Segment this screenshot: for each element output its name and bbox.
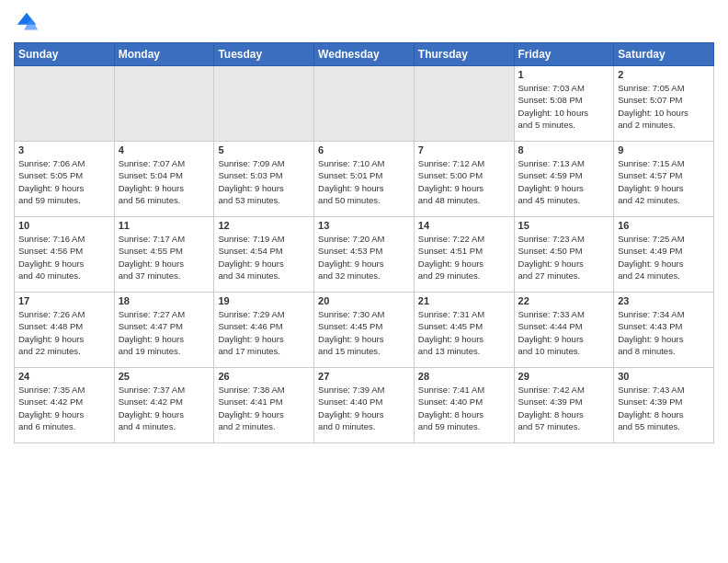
day-info: Sunrise: 7:09 AMSunset: 5:03 PMDaylight:… [218, 157, 310, 206]
calendar-header-friday: Friday [514, 43, 614, 66]
calendar-header-sunday: Sunday [15, 43, 115, 66]
day-number: 9 [618, 144, 710, 155]
calendar-cell: 11Sunrise: 7:17 AMSunset: 4:55 PMDayligh… [114, 217, 214, 293]
day-info: Sunrise: 7:38 AMSunset: 4:41 PMDaylight:… [218, 384, 310, 432]
day-number: 16 [618, 220, 710, 231]
day-info: Sunrise: 7:29 AMSunset: 4:46 PMDaylight:… [218, 308, 310, 357]
calendar-cell [15, 66, 115, 142]
calendar-cell: 24Sunrise: 7:35 AMSunset: 4:42 PMDayligh… [15, 368, 115, 443]
page: SundayMondayTuesdayWednesdayThursdayFrid… [0, 0, 728, 563]
day-number: 13 [318, 220, 410, 231]
calendar-cell [414, 66, 514, 142]
day-info: Sunrise: 7:27 AMSunset: 4:47 PMDaylight:… [119, 308, 210, 357]
calendar-cell: 17Sunrise: 7:26 AMSunset: 4:48 PMDayligh… [15, 293, 115, 368]
calendar-cell: 14Sunrise: 7:22 AMSunset: 4:51 PMDayligh… [414, 217, 514, 293]
day-info: Sunrise: 7:31 AMSunset: 4:45 PMDaylight:… [418, 308, 510, 357]
day-info: Sunrise: 7:10 AMSunset: 5:01 PMDaylight:… [318, 157, 410, 206]
calendar-cell: 23Sunrise: 7:34 AMSunset: 4:43 PMDayligh… [614, 293, 714, 368]
day-info: Sunrise: 7:37 AMSunset: 4:42 PMDaylight:… [119, 384, 210, 432]
day-info: Sunrise: 7:19 AMSunset: 4:54 PMDaylight:… [218, 233, 310, 282]
calendar-cell: 25Sunrise: 7:37 AMSunset: 4:42 PMDayligh… [114, 368, 214, 443]
day-number: 19 [218, 295, 310, 306]
day-info: Sunrise: 7:07 AMSunset: 5:04 PMDaylight:… [119, 157, 210, 206]
calendar-header-saturday: Saturday [614, 43, 714, 66]
day-number: 11 [119, 220, 210, 231]
calendar-cell [114, 66, 214, 142]
calendar-cell: 29Sunrise: 7:42 AMSunset: 4:39 PMDayligh… [514, 368, 614, 443]
day-info: Sunrise: 7:42 AMSunset: 4:39 PMDaylight:… [518, 384, 610, 432]
day-info: Sunrise: 7:34 AMSunset: 4:43 PMDaylight:… [618, 308, 710, 357]
calendar-cell: 20Sunrise: 7:30 AMSunset: 4:45 PMDayligh… [314, 293, 415, 368]
day-number: 25 [119, 371, 210, 382]
calendar-week-3: 10Sunrise: 7:16 AMSunset: 4:56 PMDayligh… [15, 217, 714, 293]
calendar-header-thursday: Thursday [414, 43, 514, 66]
logo [14, 9, 43, 35]
calendar-cell: 5Sunrise: 7:09 AMSunset: 5:03 PMDaylight… [214, 142, 314, 217]
day-info: Sunrise: 7:41 AMSunset: 4:40 PMDaylight:… [418, 384, 510, 432]
calendar-week-1: 1Sunrise: 7:03 AMSunset: 5:08 PMDaylight… [15, 66, 714, 142]
day-number: 8 [518, 144, 610, 155]
calendar: SundayMondayTuesdayWednesdayThursdayFrid… [14, 42, 714, 443]
calendar-cell: 28Sunrise: 7:41 AMSunset: 4:40 PMDayligh… [414, 368, 514, 443]
calendar-cell: 7Sunrise: 7:12 AMSunset: 5:00 PMDaylight… [414, 142, 514, 217]
day-number: 21 [418, 295, 510, 306]
day-number: 10 [18, 220, 110, 231]
calendar-cell: 22Sunrise: 7:33 AMSunset: 4:44 PMDayligh… [514, 293, 614, 368]
day-number: 7 [418, 144, 510, 155]
day-number: 30 [618, 371, 710, 382]
day-number: 15 [518, 220, 610, 231]
day-number: 4 [119, 144, 210, 155]
day-info: Sunrise: 7:15 AMSunset: 4:57 PMDaylight:… [618, 157, 710, 206]
day-info: Sunrise: 7:35 AMSunset: 4:42 PMDaylight:… [18, 384, 110, 432]
day-number: 1 [518, 69, 610, 80]
calendar-cell: 12Sunrise: 7:19 AMSunset: 4:54 PMDayligh… [214, 217, 314, 293]
day-info: Sunrise: 7:43 AMSunset: 4:39 PMDaylight:… [618, 384, 710, 432]
calendar-cell: 8Sunrise: 7:13 AMSunset: 4:59 PMDaylight… [514, 142, 614, 217]
day-info: Sunrise: 7:30 AMSunset: 4:45 PMDaylight:… [318, 308, 410, 357]
calendar-week-5: 24Sunrise: 7:35 AMSunset: 4:42 PMDayligh… [15, 368, 714, 443]
day-number: 23 [618, 295, 710, 306]
day-number: 17 [18, 295, 110, 306]
day-info: Sunrise: 7:39 AMSunset: 4:40 PMDaylight:… [318, 384, 410, 432]
calendar-cell: 13Sunrise: 7:20 AMSunset: 4:53 PMDayligh… [314, 217, 415, 293]
day-info: Sunrise: 7:23 AMSunset: 4:50 PMDaylight:… [518, 233, 610, 282]
calendar-header-monday: Monday [114, 43, 214, 66]
day-number: 5 [218, 144, 310, 155]
calendar-header-tuesday: Tuesday [214, 43, 314, 66]
calendar-cell: 21Sunrise: 7:31 AMSunset: 4:45 PMDayligh… [414, 293, 514, 368]
day-info: Sunrise: 7:33 AMSunset: 4:44 PMDaylight:… [518, 308, 610, 357]
day-info: Sunrise: 7:22 AMSunset: 4:51 PMDaylight:… [418, 233, 510, 282]
logo-icon [14, 9, 40, 35]
calendar-cell: 15Sunrise: 7:23 AMSunset: 4:50 PMDayligh… [514, 217, 614, 293]
day-number: 22 [518, 295, 610, 306]
day-number: 24 [18, 371, 110, 382]
calendar-cell: 10Sunrise: 7:16 AMSunset: 4:56 PMDayligh… [15, 217, 115, 293]
calendar-cell: 27Sunrise: 7:39 AMSunset: 4:40 PMDayligh… [314, 368, 415, 443]
calendar-cell: 1Sunrise: 7:03 AMSunset: 5:08 PMDaylight… [514, 66, 614, 142]
calendar-cell: 16Sunrise: 7:25 AMSunset: 4:49 PMDayligh… [614, 217, 714, 293]
calendar-cell: 3Sunrise: 7:06 AMSunset: 5:05 PMDaylight… [15, 142, 115, 217]
header [14, 9, 714, 35]
day-number: 29 [518, 371, 610, 382]
calendar-cell: 4Sunrise: 7:07 AMSunset: 5:04 PMDaylight… [114, 142, 214, 217]
calendar-week-2: 3Sunrise: 7:06 AMSunset: 5:05 PMDaylight… [15, 142, 714, 217]
day-number: 26 [218, 371, 310, 382]
day-info: Sunrise: 7:13 AMSunset: 4:59 PMDaylight:… [518, 157, 610, 206]
day-number: 3 [18, 144, 110, 155]
day-info: Sunrise: 7:20 AMSunset: 4:53 PMDaylight:… [318, 233, 410, 282]
calendar-cell [214, 66, 314, 142]
calendar-cell: 9Sunrise: 7:15 AMSunset: 4:57 PMDaylight… [614, 142, 714, 217]
calendar-header-wednesday: Wednesday [314, 43, 415, 66]
day-number: 2 [618, 69, 710, 80]
day-info: Sunrise: 7:16 AMSunset: 4:56 PMDaylight:… [18, 233, 110, 282]
day-number: 6 [318, 144, 410, 155]
day-info: Sunrise: 7:03 AMSunset: 5:08 PMDaylight:… [518, 82, 610, 131]
day-number: 18 [119, 295, 210, 306]
day-info: Sunrise: 7:26 AMSunset: 4:48 PMDaylight:… [18, 308, 110, 357]
day-info: Sunrise: 7:25 AMSunset: 4:49 PMDaylight:… [618, 233, 710, 282]
day-number: 27 [318, 371, 410, 382]
calendar-cell: 26Sunrise: 7:38 AMSunset: 4:41 PMDayligh… [214, 368, 314, 443]
calendar-cell [314, 66, 415, 142]
day-info: Sunrise: 7:05 AMSunset: 5:07 PMDaylight:… [618, 82, 710, 131]
calendar-header-row: SundayMondayTuesdayWednesdayThursdayFrid… [15, 43, 714, 66]
